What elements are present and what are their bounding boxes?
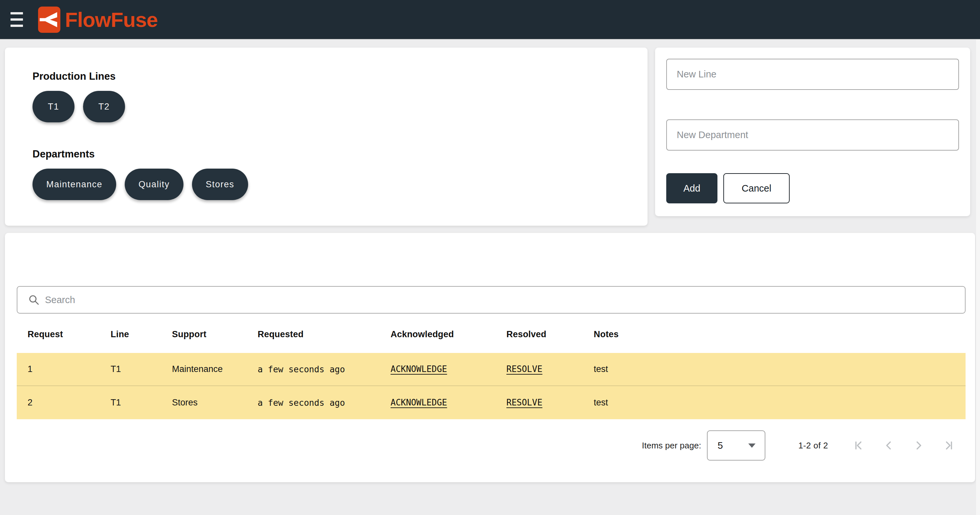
- flowfuse-logo-icon: [38, 6, 60, 33]
- column-header-line: Line: [111, 329, 172, 340]
- cell-requested: a few seconds ago: [258, 364, 391, 374]
- requests-table-card: Request Line Support Requested Acknowled…: [5, 233, 975, 482]
- production-lines-title: Production Lines: [32, 70, 648, 82]
- cell-line: T1: [111, 364, 172, 374]
- pagination-bar: Items per page: 5 1-2 of 2: [17, 430, 966, 461]
- column-header-request: Request: [27, 329, 111, 340]
- cancel-button[interactable]: Cancel: [723, 173, 790, 203]
- production-lines-group: T1 T2: [32, 91, 648, 122]
- chevron-left-icon[interactable]: [883, 440, 895, 451]
- add-form-card: Add Cancel: [655, 48, 970, 216]
- pagination-range: 1-2 of 2: [798, 440, 828, 451]
- pagination-nav: [853, 440, 955, 451]
- line-button-t2[interactable]: T2: [83, 91, 125, 122]
- cell-support: Maintenance: [172, 364, 258, 374]
- column-header-acknowledged: Acknowledged: [391, 329, 506, 340]
- add-button[interactable]: Add: [666, 173, 718, 203]
- resolve-link[interactable]: RESOLVE: [506, 364, 542, 374]
- cell-notes: test: [594, 397, 966, 408]
- items-per-page-select[interactable]: 5: [707, 430, 765, 461]
- items-per-page-value: 5: [718, 440, 748, 451]
- hamburger-menu-icon[interactable]: [11, 12, 26, 27]
- last-page-icon[interactable]: [943, 440, 955, 451]
- search-input[interactable]: [40, 287, 965, 313]
- app-header: FlowFuse: [0, 0, 980, 40]
- chevron-down-icon: [748, 443, 756, 448]
- departments-group: Maintenance Quality Stores: [32, 168, 648, 200]
- line-button-t1[interactable]: T1: [32, 91, 75, 122]
- cell-request: 1: [27, 364, 111, 374]
- cell-request: 2: [27, 397, 111, 408]
- departments-title: Departments: [32, 148, 648, 160]
- form-actions: Add Cancel: [666, 173, 959, 203]
- acknowledge-link[interactable]: ACKNOWLEDGE: [391, 397, 447, 407]
- new-department-input[interactable]: [666, 119, 959, 151]
- department-button-stores[interactable]: Stores: [192, 168, 248, 200]
- table-row: 1 T1 Maintenance a few seconds ago ACKNO…: [17, 353, 966, 386]
- brand-title: FlowFuse: [65, 8, 158, 32]
- filters-card: Production Lines T1 T2 Departments Maint…: [5, 48, 648, 226]
- table-header-row: Request Line Support Requested Acknowled…: [17, 324, 966, 344]
- search-icon: [28, 294, 40, 306]
- search-box: [17, 286, 966, 313]
- table-row: 2 T1 Stores a few seconds ago ACKNOWLEDG…: [17, 386, 966, 419]
- brand-logo: FlowFuse: [38, 6, 158, 33]
- column-header-support: Support: [172, 329, 258, 340]
- items-per-page-label: Items per page:: [642, 440, 702, 451]
- department-button-maintenance[interactable]: Maintenance: [32, 168, 116, 200]
- chevron-right-icon[interactable]: [913, 440, 924, 451]
- resolve-link[interactable]: RESOLVE: [506, 397, 542, 407]
- first-page-icon[interactable]: [853, 440, 865, 451]
- cell-requested: a few seconds ago: [258, 398, 391, 408]
- cell-support: Stores: [172, 397, 258, 408]
- new-line-input[interactable]: [666, 59, 959, 90]
- cell-notes: test: [594, 364, 966, 374]
- column-header-requested: Requested: [258, 329, 391, 340]
- column-header-notes: Notes: [594, 329, 966, 340]
- scrollbar-track[interactable]: [976, 40, 980, 515]
- department-button-quality[interactable]: Quality: [125, 168, 183, 200]
- column-header-resolved: Resolved: [506, 329, 594, 340]
- cell-line: T1: [111, 397, 172, 408]
- acknowledge-link[interactable]: ACKNOWLEDGE: [391, 364, 447, 374]
